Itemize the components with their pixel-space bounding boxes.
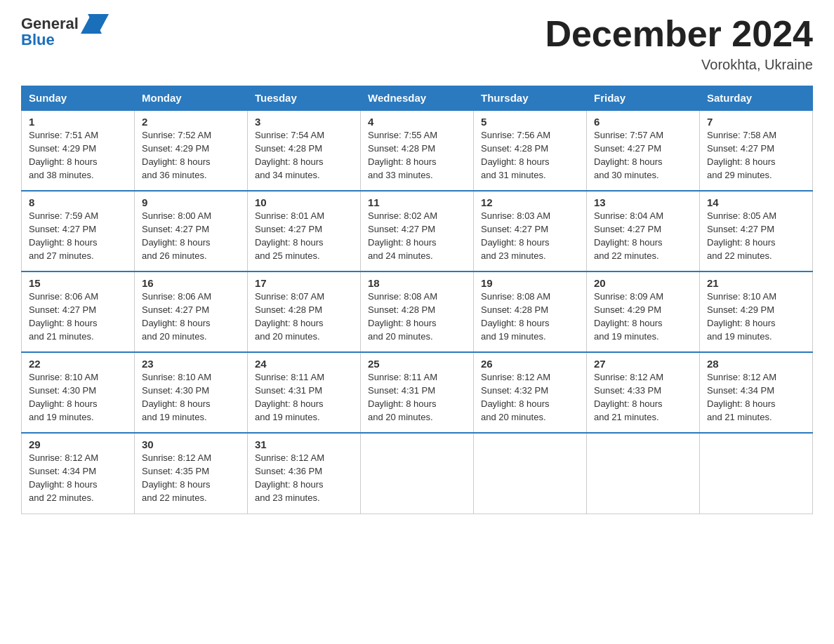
- calendar-cell: 20 Sunrise: 8:09 AM Sunset: 4:29 PM Dayl…: [587, 271, 700, 352]
- day-info: Sunrise: 8:03 AM Sunset: 4:27 PM Dayligh…: [481, 210, 579, 262]
- day-number: 28: [707, 358, 805, 370]
- calendar-cell: [587, 433, 700, 514]
- day-number: 2: [142, 116, 240, 128]
- calendar-cell: 31 Sunrise: 8:12 AM Sunset: 4:36 PM Dayl…: [248, 433, 361, 514]
- calendar-cell: 18 Sunrise: 8:08 AM Sunset: 4:28 PM Dayl…: [361, 271, 474, 352]
- day-number: 1: [29, 116, 127, 128]
- week-row-3: 15 Sunrise: 8:06 AM Sunset: 4:27 PM Dayl…: [22, 271, 813, 352]
- calendar-cell: 9 Sunrise: 8:00 AM Sunset: 4:27 PM Dayli…: [135, 191, 248, 271]
- day-number: 22: [29, 358, 127, 370]
- calendar-cell: 14 Sunrise: 8:05 AM Sunset: 4:27 PM Dayl…: [700, 191, 813, 271]
- calendar-cell: 23 Sunrise: 8:10 AM Sunset: 4:30 PM Dayl…: [135, 352, 248, 433]
- day-number: 30: [142, 438, 240, 450]
- day-info: Sunrise: 8:01 AM Sunset: 4:27 PM Dayligh…: [255, 210, 353, 262]
- calendar-cell: 27 Sunrise: 8:12 AM Sunset: 4:33 PM Dayl…: [587, 352, 700, 433]
- day-number: 12: [481, 196, 579, 208]
- calendar-cell: 3 Sunrise: 7:54 AM Sunset: 4:28 PM Dayli…: [248, 110, 361, 191]
- week-row-4: 22 Sunrise: 8:10 AM Sunset: 4:30 PM Dayl…: [22, 352, 813, 433]
- day-info: Sunrise: 8:04 AM Sunset: 4:27 PM Dayligh…: [594, 210, 692, 262]
- day-number: 27: [594, 358, 692, 370]
- day-info: Sunrise: 7:59 AM Sunset: 4:27 PM Dayligh…: [29, 210, 127, 262]
- day-number: 25: [368, 358, 466, 370]
- day-info: Sunrise: 7:57 AM Sunset: 4:27 PM Dayligh…: [594, 129, 692, 182]
- day-number: 20: [594, 277, 692, 289]
- day-number: 16: [142, 277, 240, 289]
- day-number: 8: [29, 196, 127, 208]
- header-tuesday: Tuesday: [248, 86, 361, 111]
- day-info: Sunrise: 8:10 AM Sunset: 4:30 PM Dayligh…: [142, 371, 240, 424]
- calendar-cell: 24 Sunrise: 8:11 AM Sunset: 4:31 PM Dayl…: [248, 352, 361, 433]
- calendar-cell: 13 Sunrise: 8:04 AM Sunset: 4:27 PM Dayl…: [587, 191, 700, 271]
- calendar-cell: 2 Sunrise: 7:52 AM Sunset: 4:29 PM Dayli…: [135, 110, 248, 191]
- day-number: 21: [707, 277, 805, 289]
- day-info: Sunrise: 7:54 AM Sunset: 4:28 PM Dayligh…: [255, 129, 353, 182]
- calendar-cell: [700, 433, 813, 514]
- calendar-cell: 12 Sunrise: 8:03 AM Sunset: 4:27 PM Dayl…: [474, 191, 587, 271]
- day-info: Sunrise: 8:12 AM Sunset: 4:36 PM Dayligh…: [255, 452, 353, 504]
- title-area: December 2024 Vorokhta, Ukraine: [545, 14, 813, 73]
- day-info: Sunrise: 8:08 AM Sunset: 4:28 PM Dayligh…: [368, 290, 466, 343]
- calendar-table: Sunday Monday Tuesday Wednesday Thursday…: [21, 86, 813, 514]
- day-info: Sunrise: 8:00 AM Sunset: 4:27 PM Dayligh…: [142, 210, 240, 262]
- calendar-cell: 22 Sunrise: 8:10 AM Sunset: 4:30 PM Dayl…: [22, 352, 135, 433]
- day-info: Sunrise: 8:12 AM Sunset: 4:32 PM Dayligh…: [481, 371, 579, 424]
- day-info: Sunrise: 8:12 AM Sunset: 4:34 PM Dayligh…: [29, 452, 127, 504]
- day-info: Sunrise: 8:02 AM Sunset: 4:27 PM Dayligh…: [368, 210, 466, 262]
- day-info: Sunrise: 8:12 AM Sunset: 4:35 PM Dayligh…: [142, 452, 240, 504]
- day-number: 23: [142, 358, 240, 370]
- header-monday: Monday: [135, 86, 248, 111]
- day-info: Sunrise: 8:10 AM Sunset: 4:30 PM Dayligh…: [29, 371, 127, 424]
- calendar-cell: 17 Sunrise: 8:07 AM Sunset: 4:28 PM Dayl…: [248, 271, 361, 352]
- calendar-cell: 29 Sunrise: 8:12 AM Sunset: 4:34 PM Dayl…: [22, 433, 135, 514]
- logo-blue-text: Blue: [21, 32, 55, 48]
- day-number: 13: [594, 196, 692, 208]
- calendar-cell: 4 Sunrise: 7:55 AM Sunset: 4:28 PM Dayli…: [361, 110, 474, 191]
- day-number: 14: [707, 196, 805, 208]
- day-number: 19: [481, 277, 579, 289]
- week-row-2: 8 Sunrise: 7:59 AM Sunset: 4:27 PM Dayli…: [22, 191, 813, 271]
- day-info: Sunrise: 8:05 AM Sunset: 4:27 PM Dayligh…: [707, 210, 805, 262]
- day-info: Sunrise: 7:58 AM Sunset: 4:27 PM Dayligh…: [707, 129, 805, 182]
- calendar-cell: 19 Sunrise: 8:08 AM Sunset: 4:28 PM Dayl…: [474, 271, 587, 352]
- day-info: Sunrise: 8:09 AM Sunset: 4:29 PM Dayligh…: [594, 290, 692, 343]
- calendar-cell: 15 Sunrise: 8:06 AM Sunset: 4:27 PM Dayl…: [22, 271, 135, 352]
- calendar-cell: 6 Sunrise: 7:57 AM Sunset: 4:27 PM Dayli…: [587, 110, 700, 191]
- day-number: 31: [255, 438, 353, 450]
- logo-general-text: General: [21, 15, 79, 32]
- calendar-cell: 1 Sunrise: 7:51 AM Sunset: 4:29 PM Dayli…: [22, 110, 135, 191]
- day-number: 17: [255, 277, 353, 289]
- weekday-header-row: Sunday Monday Tuesday Wednesday Thursday…: [22, 86, 813, 111]
- calendar-cell: 21 Sunrise: 8:10 AM Sunset: 4:29 PM Dayl…: [700, 271, 813, 352]
- day-info: Sunrise: 8:12 AM Sunset: 4:34 PM Dayligh…: [707, 371, 805, 424]
- day-number: 5: [481, 116, 579, 128]
- header-saturday: Saturday: [700, 86, 813, 111]
- calendar-cell: 25 Sunrise: 8:11 AM Sunset: 4:31 PM Dayl…: [361, 352, 474, 433]
- day-info: Sunrise: 8:06 AM Sunset: 4:27 PM Dayligh…: [142, 290, 240, 343]
- day-number: 4: [368, 116, 466, 128]
- calendar-cell: 16 Sunrise: 8:06 AM Sunset: 4:27 PM Dayl…: [135, 271, 248, 352]
- day-number: 18: [368, 277, 466, 289]
- logo: General Blue: [21, 14, 102, 48]
- day-number: 9: [142, 196, 240, 208]
- page-header: General Blue December 2024 Vorokhta, Ukr…: [21, 14, 813, 73]
- day-info: Sunrise: 7:55 AM Sunset: 4:28 PM Dayligh…: [368, 129, 466, 182]
- header-wednesday: Wednesday: [361, 86, 474, 111]
- calendar-cell: 26 Sunrise: 8:12 AM Sunset: 4:32 PM Dayl…: [474, 352, 587, 433]
- day-number: 15: [29, 277, 127, 289]
- calendar-cell: [361, 433, 474, 514]
- header-friday: Friday: [587, 86, 700, 111]
- day-info: Sunrise: 8:06 AM Sunset: 4:27 PM Dayligh…: [29, 290, 127, 343]
- calendar-cell: [474, 433, 587, 514]
- calendar-cell: 5 Sunrise: 7:56 AM Sunset: 4:28 PM Dayli…: [474, 110, 587, 191]
- day-info: Sunrise: 8:12 AM Sunset: 4:33 PM Dayligh…: [594, 371, 692, 424]
- week-row-1: 1 Sunrise: 7:51 AM Sunset: 4:29 PM Dayli…: [22, 110, 813, 191]
- day-number: 11: [368, 196, 466, 208]
- calendar-cell: 11 Sunrise: 8:02 AM Sunset: 4:27 PM Dayl…: [361, 191, 474, 271]
- day-number: 3: [255, 116, 353, 128]
- day-info: Sunrise: 8:11 AM Sunset: 4:31 PM Dayligh…: [368, 371, 466, 424]
- calendar-cell: 10 Sunrise: 8:01 AM Sunset: 4:27 PM Dayl…: [248, 191, 361, 271]
- calendar-cell: 8 Sunrise: 7:59 AM Sunset: 4:27 PM Dayli…: [22, 191, 135, 271]
- day-info: Sunrise: 7:51 AM Sunset: 4:29 PM Dayligh…: [29, 129, 127, 182]
- month-title: December 2024: [545, 14, 813, 54]
- header-thursday: Thursday: [474, 86, 587, 111]
